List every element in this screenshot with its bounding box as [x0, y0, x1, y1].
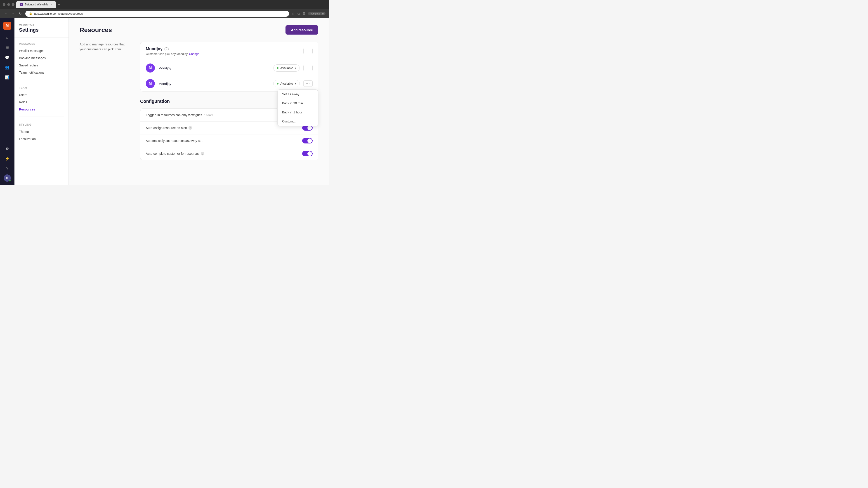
- config-label-1: Logged-in resources can only view gues o…: [146, 113, 213, 117]
- dropdown-item-custom[interactable]: Custom...: [278, 117, 318, 126]
- sidebar-item-localization[interactable]: Localization: [14, 135, 68, 142]
- extensions-icon[interactable]: ⧉: [298, 12, 300, 15]
- rail-chart-icon[interactable]: 📊: [3, 73, 11, 81]
- group-subtitle: Customer can pick any Moodjoy. Change: [146, 52, 199, 56]
- resource-row-2: M Moodjoy Available ▾ ··· Set as away Ba…: [141, 76, 318, 91]
- sidebar-item-resources[interactable]: Resources: [14, 106, 68, 113]
- tab-close-icon[interactable]: ✕: [50, 3, 52, 6]
- dropdown-item-back-1h[interactable]: Back in 1 hour: [278, 108, 318, 117]
- sidebar-item-booking-messages[interactable]: Booking messages: [14, 55, 68, 62]
- group-card: Moodjoy (2) Customer can pick any Moodjo…: [140, 42, 318, 92]
- sidebar-breadcrumb: Moodjoy7434: [19, 24, 64, 26]
- config-label-3: Automatically set resources as Away at t: [146, 139, 202, 142]
- rail-users-icon[interactable]: 👥: [3, 63, 11, 71]
- toggle-3[interactable]: [302, 138, 313, 143]
- status-label-1: Available: [280, 66, 293, 70]
- config-row-3: Automatically set resources as Away at t: [141, 134, 318, 147]
- browser-controls: [3, 3, 14, 6]
- bookmark-icon[interactable]: ☆: [292, 12, 295, 15]
- sidebar-item-team-notifications[interactable]: Team notifications: [14, 69, 68, 76]
- resource-name-2: Moodjoy: [158, 82, 270, 86]
- sidebar-divider-2: [19, 117, 64, 117]
- dropdown-item-back-30[interactable]: Back in 30 min: [278, 99, 318, 108]
- resource-name-1: Moodjoy: [158, 66, 270, 70]
- maximize-btn[interactable]: [12, 3, 14, 6]
- sidebar-item-theme[interactable]: Theme: [14, 128, 68, 135]
- group-count: (2): [164, 47, 169, 51]
- resource-more-button-2[interactable]: ···: [303, 80, 313, 87]
- back-button[interactable]: ←: [4, 12, 8, 15]
- status-dot-1: [277, 67, 278, 69]
- minimize-btn[interactable]: [7, 3, 10, 6]
- sidebar-item-saved-replies[interactable]: Saved replies: [14, 62, 68, 69]
- browser-chrome: M Settings | Waitwhile ✕ +: [0, 0, 329, 9]
- tab-bar: M Settings | Waitwhile ✕ +: [16, 1, 327, 8]
- sidebar: Moodjoy7434 Settings Messages Waitlist m…: [14, 18, 69, 185]
- sidebar-title: Settings: [19, 27, 64, 33]
- status-dropdown-1[interactable]: Available ▾: [273, 64, 300, 72]
- resource-row-1: M Moodjoy Available ▾ ···: [141, 60, 318, 76]
- group-header: Moodjoy (2) Customer can pick any Moodjo…: [141, 42, 318, 60]
- app-logo: M: [3, 22, 11, 30]
- rail-settings-icon[interactable]: ⚙: [3, 144, 11, 153]
- sidebar-header: Moodjoy7434 Settings: [14, 24, 68, 38]
- messages-section-label: Messages: [14, 42, 68, 47]
- close-btn[interactable]: [3, 3, 5, 6]
- main-content: Resources Add resource Add and manage re…: [69, 18, 329, 185]
- active-tab[interactable]: M Settings | Waitwhile ✕: [16, 1, 56, 8]
- resource-description: Add and manage resources that your custo…: [80, 42, 129, 160]
- url-bar[interactable]: 🔒 app.waitwhile.com/settings/resources: [25, 11, 289, 17]
- config-row-4: Auto-complete customer for resources ?: [141, 147, 318, 160]
- sidebar-item-users[interactable]: Users: [14, 91, 68, 98]
- rail-bottom: ⚙ ⚡ ? M: [3, 144, 11, 182]
- group-more-button[interactable]: ···: [303, 48, 313, 54]
- styling-section-label: Styling: [14, 123, 68, 128]
- resource-description-text: Add and manage resources that your custo…: [80, 42, 129, 52]
- styling-section: Styling Theme Localization: [14, 119, 68, 144]
- resource-section: Add and manage resources that your custo…: [80, 42, 318, 160]
- change-link[interactable]: Change: [189, 52, 199, 56]
- messages-section: Messages Waitlist messages Booking messa…: [14, 38, 68, 78]
- config-label-2: Auto-assign resource on alert ?: [146, 126, 192, 130]
- group-info: Moodjoy (2) Customer can pick any Moodjo…: [146, 46, 199, 56]
- refresh-button[interactable]: ↻: [18, 12, 23, 15]
- page-title: Resources: [80, 26, 112, 34]
- help-icon-2[interactable]: ?: [188, 126, 192, 130]
- status-dropdown-menu: Set as away Back in 30 min Back in 1 hou…: [277, 90, 318, 126]
- add-resource-button[interactable]: Add resource: [285, 25, 318, 35]
- online-indicator: [9, 180, 11, 182]
- help-icon-4[interactable]: ?: [201, 152, 204, 156]
- rail-help-icon[interactable]: ?: [3, 164, 11, 173]
- team-section: Team Users Roles Resources: [14, 82, 68, 115]
- resource-avatar-1: M: [146, 64, 155, 72]
- left-rail: M ⌂ ▦ 💬 👥 📊 ⚙ ⚡ ? M: [0, 18, 14, 185]
- forward-button[interactable]: →: [11, 12, 16, 15]
- rail-home-icon[interactable]: ⌂: [3, 33, 11, 41]
- profile-icon[interactable]: ☰: [303, 12, 305, 15]
- app-wrapper: M ⌂ ▦ 💬 👥 📊 ⚙ ⚡ ? M Moodjoy7434 Settings…: [0, 18, 329, 185]
- team-section-label: Team: [14, 86, 68, 91]
- tab-title: Settings | Waitwhile: [25, 3, 49, 6]
- status-label-2: Available: [280, 82, 293, 86]
- incognito-badge: Incognito (2): [308, 12, 326, 15]
- group-name: Moodjoy (2): [146, 46, 199, 51]
- chevron-down-icon-2: ▾: [295, 82, 296, 85]
- toggle-4[interactable]: [302, 151, 313, 156]
- resource-main: Moodjoy (2) Customer can pick any Moodjo…: [140, 42, 318, 160]
- resource-more-button-1[interactable]: ···: [303, 65, 313, 71]
- page-header: Resources Add resource: [80, 25, 318, 35]
- rail-calendar-icon[interactable]: ▦: [3, 43, 11, 52]
- url-text: app.waitwhile.com/settings/resources: [34, 12, 83, 15]
- sidebar-item-waitlist-messages[interactable]: Waitlist messages: [14, 47, 68, 55]
- resource-avatar-2: M: [146, 79, 155, 88]
- sidebar-item-roles[interactable]: Roles: [14, 98, 68, 106]
- chevron-down-icon-1: ▾: [295, 67, 296, 70]
- user-avatar[interactable]: M: [4, 174, 11, 182]
- rail-lightning-icon[interactable]: ⚡: [3, 155, 11, 163]
- address-actions: ☆ ⧉ ☰ Incognito (2): [292, 12, 326, 15]
- status-dropdown-2[interactable]: Available ▾: [273, 80, 300, 87]
- new-tab-button[interactable]: +: [57, 2, 61, 6]
- dropdown-item-set-away[interactable]: Set as away: [278, 90, 318, 99]
- rail-chat-icon[interactable]: 💬: [3, 53, 11, 61]
- status-dot-2: [277, 83, 278, 85]
